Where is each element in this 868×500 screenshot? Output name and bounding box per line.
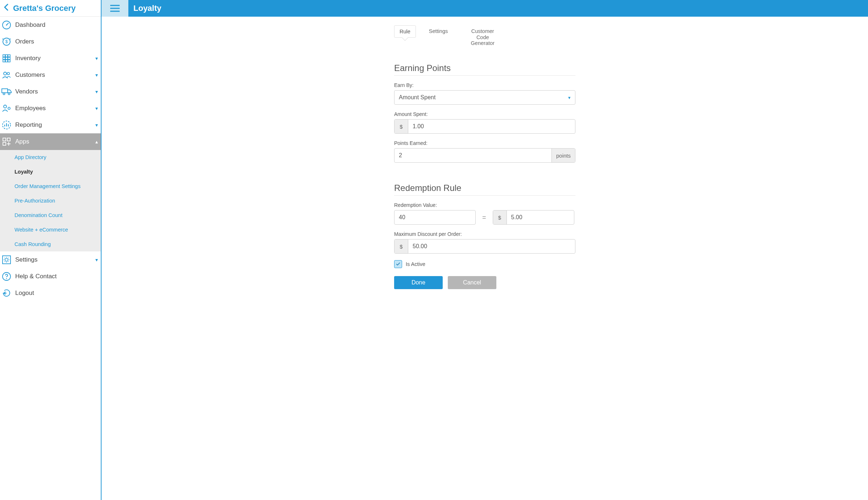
svg-point-16 [3,93,5,95]
tabs: Rule Settings Customer Code Generator [394,25,575,49]
svg-rect-23 [3,142,6,145]
sidebar-item-reporting[interactable]: Reporting ▾ [0,117,101,133]
svg-point-27 [6,278,7,279]
svg-rect-7 [3,57,5,59]
equals-sign: = [482,214,486,221]
chevron-down-icon: ▾ [95,105,98,111]
redemption-rule-heading: Redemption Rule [394,183,575,196]
amount-spent-input-group: $ [394,119,575,134]
chevron-down-icon: ▾ [95,257,98,263]
sidebar-item-help[interactable]: Help & Contact [0,268,101,285]
svg-point-14 [7,72,9,75]
gear-icon [1,255,12,265]
sidebar-item-vendors[interactable]: Vendors ▾ [0,83,101,100]
sidebar-item-dashboard[interactable]: Dashboard [0,17,101,33]
apps-subnav: App Directory Loyalty Order Management S… [0,150,101,251]
done-button[interactable]: Done [394,276,443,289]
subnav-loyalty[interactable]: Loyalty [0,164,101,179]
points-addon: points [551,149,575,162]
svg-point-18 [4,105,7,108]
svg-rect-9 [8,57,10,59]
check-icon [396,262,401,267]
max-discount-field: Maximum Discount per Order: $ [394,231,575,254]
amount-spent-input[interactable] [408,120,575,133]
is-active-checkbox[interactable] [394,260,402,268]
help-icon [1,271,12,282]
sidebar-nav: Dashboard $ Orders Inventory ▾ Customers… [0,17,101,500]
sidebar-item-orders[interactable]: $ Orders [0,33,101,50]
svg-point-17 [8,93,10,95]
sidebar-item-settings[interactable]: Settings ▾ [0,251,101,268]
sidebar-header: Gretta's Grocery [0,0,101,17]
subnav-denom-count[interactable]: Denomination Count [0,208,101,222]
svg-rect-5 [5,55,8,57]
tab-settings[interactable]: Settings [424,25,453,37]
content: Rule Settings Customer Code Generator Ea… [102,17,868,500]
cancel-button[interactable]: Cancel [448,276,496,289]
svg-rect-15 [2,89,8,93]
subnav-preauth[interactable]: Pre-Authorization [0,193,101,208]
max-discount-input[interactable] [408,239,575,253]
is-active-label: Is Active [406,261,425,267]
nav-label: Dashboard [15,21,98,29]
max-discount-input-group: $ [394,239,575,254]
chevron-down-icon: ▾ [95,55,98,61]
currency-addon: $ [394,120,408,133]
svg-rect-10 [3,60,5,62]
sidebar-item-employees[interactable]: Employees ▾ [0,100,101,117]
svg-rect-22 [7,138,10,141]
nav-label: Logout [15,289,98,297]
redemption-value-label: Redemption Value: [394,202,575,208]
earn-by-label: Earn By: [394,82,575,88]
svg-point-13 [4,72,7,75]
earn-by-field: Earn By: Amount Spent ▾ [394,82,575,105]
svg-rect-11 [5,60,8,62]
sidebar-item-logout[interactable]: Logout [0,285,101,301]
chevron-down-icon: ▾ [95,89,98,95]
currency-addon: $ [493,211,507,224]
logout-icon [1,288,12,298]
sidebar-item-inventory[interactable]: Inventory ▾ [0,50,101,67]
nav-label: Help & Contact [15,273,98,280]
svg-rect-8 [5,57,8,59]
tab-customer-code[interactable]: Customer Code Generator [461,25,504,49]
tab-rule[interactable]: Rule [394,25,416,38]
sidebar-item-customers[interactable]: Customers ▾ [0,67,101,83]
truck-icon [1,87,12,97]
redemption-currency-input[interactable] [507,211,574,224]
loyalty-panel: Rule Settings Customer Code Generator Ea… [394,25,575,486]
subnav-app-directory[interactable]: App Directory [0,150,101,164]
chevron-up-icon: ▴ [95,139,98,145]
svg-point-1 [6,24,7,25]
back-chevron-icon[interactable] [2,4,10,13]
earn-by-select[interactable]: Amount Spent ▾ [394,90,575,105]
earning-points-heading: Earning Points [394,63,575,76]
nav-label: Inventory [15,55,92,62]
currency-addon: $ [394,239,408,253]
chevron-down-icon: ▾ [95,72,98,78]
points-earned-field: Points Earned: points [394,140,575,163]
redemption-value-field: Redemption Value: points = $ [394,202,575,225]
earn-by-value: Amount Spent [399,94,435,101]
sidebar: Gretta's Grocery Dashboard $ Orders Inve… [0,0,102,500]
button-row: Done Cancel [394,276,575,289]
hamburger-button[interactable] [102,0,128,17]
svg-rect-12 [8,60,10,62]
store-name[interactable]: Gretta's Grocery [13,4,76,13]
apps-icon [1,137,12,147]
points-earned-input[interactable] [394,149,551,162]
nav-label: Employees [15,105,92,112]
subnav-website-ecommerce[interactable]: Website + eCommerce [0,222,101,237]
sidebar-item-apps[interactable]: Apps ▴ [0,133,101,150]
is-active-row: Is Active [394,260,575,268]
redemption-points-input[interactable] [394,211,476,224]
nav-label: Settings [15,256,92,263]
svg-point-19 [8,107,10,109]
subnav-order-mgmt[interactable]: Order Management Settings [0,179,101,193]
svg-text:$: $ [5,39,8,44]
amount-spent-label: Amount Spent: [394,111,575,117]
max-discount-label: Maximum Discount per Order: [394,231,575,237]
points-earned-input-group: points [394,148,575,163]
subnav-cash-rounding[interactable]: Cash Rounding [0,237,101,251]
nav-label: Vendors [15,88,92,95]
